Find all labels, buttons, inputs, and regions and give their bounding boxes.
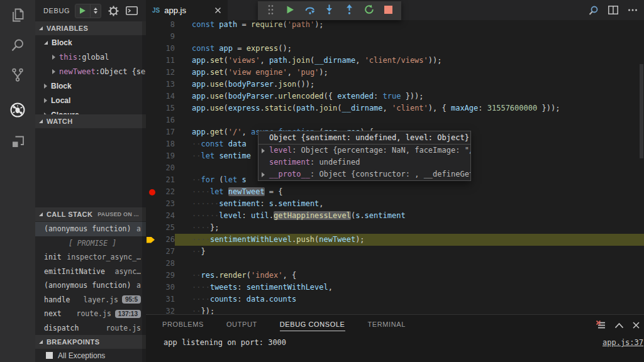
code-text[interactable]: app.set('view engine', 'pug'); (175, 67, 644, 79)
scope-row[interactable]: Block (35, 35, 146, 50)
activity-files[interactable] (0, 1, 35, 30)
scope-row[interactable]: Closure (35, 107, 146, 114)
line-number[interactable]: 9 (156, 31, 175, 43)
breakpoint-gutter[interactable] (146, 79, 156, 90)
code-text[interactable]: ······level: util.getHappinessLevel(s.se… (175, 210, 644, 222)
panel-tab-debug-console[interactable]: DEBUG CONSOLE (280, 321, 345, 331)
call-stack-section-header[interactable]: CALL STACK PAUSED ON ... (35, 207, 146, 221)
code-text[interactable]: ····}; (175, 222, 644, 234)
code-text[interactable]: ····sentimentWithLevel.push(newTweet); (175, 234, 644, 246)
debug-settings-gear-icon[interactable] (108, 6, 119, 16)
more-actions-icon[interactable] (628, 5, 638, 15)
variables-section-header[interactable]: VARIABLES (35, 21, 146, 35)
call-stack-frame[interactable]: [ PROMISE ] (35, 236, 146, 251)
activity-search[interactable] (0, 31, 35, 60)
editor-search-icon[interactable] (588, 5, 599, 16)
line-number[interactable]: 19 (156, 150, 175, 162)
breakpoint-gutter[interactable] (146, 282, 156, 293)
toolbar-drag-handle[interactable] (264, 3, 277, 18)
code-text[interactable]: ····tweets: sentimentWithLevel, (175, 282, 644, 293)
stop-button[interactable] (382, 3, 395, 18)
call-stack-frame[interactable]: (anonymous function)a (35, 222, 146, 236)
code-text[interactable]: const app = express(); (175, 43, 644, 55)
line-number[interactable]: 25 (156, 222, 175, 234)
line-number[interactable]: 30 (156, 282, 175, 293)
variable-row[interactable]: this: global (35, 50, 146, 64)
breakpoint-gutter[interactable] (146, 258, 156, 270)
start-debugging-icon[interactable] (80, 8, 86, 14)
line-number[interactable]: 11 (156, 55, 175, 67)
line-number[interactable]: 14 (156, 90, 175, 102)
breakpoint-gutter[interactable] (146, 198, 156, 210)
panel-tab-problems[interactable]: PROBLEMS (162, 321, 204, 331)
sidebar-scrollbar[interactable] (142, 21, 146, 362)
variable-row[interactable]: newTweet: Object {sent… (35, 64, 146, 79)
line-number[interactable]: 20 (156, 162, 175, 174)
panel-tab-output[interactable]: OUTPUT (226, 321, 257, 331)
activity-extensions[interactable] (0, 127, 35, 156)
code-text[interactable]: app.use(bodyParser.json()); (175, 79, 644, 90)
line-number[interactable]: 31 (156, 293, 175, 305)
breakpoint-gutter[interactable] (146, 305, 156, 314)
line-number[interactable]: 32 (156, 305, 175, 314)
line-number[interactable]: 26 (156, 234, 175, 246)
code-text[interactable]: app.set('views', path.join(__dirname, 'c… (175, 55, 644, 67)
clear-console-icon[interactable] (596, 320, 606, 331)
line-number[interactable]: 22 (156, 186, 175, 198)
code-text[interactable]: ····counts: data.counts (175, 293, 644, 305)
code-text[interactable]: ··} (175, 246, 644, 258)
breakpoint-gutter[interactable] (146, 150, 156, 162)
call-stack-frame[interactable]: nextroute.js137:13 (35, 307, 146, 321)
breakpoint-gutter[interactable] (146, 67, 156, 79)
breakpoint-gutter[interactable] (146, 270, 156, 282)
call-stack-frame[interactable]: dispatchroute.js (35, 321, 146, 336)
line-number[interactable]: 12 (156, 67, 175, 79)
activity-source-control[interactable] (0, 60, 35, 89)
editor-scrollbar[interactable] (640, 64, 643, 158)
close-tab-icon[interactable] (214, 7, 221, 14)
code-text[interactable] (175, 114, 644, 126)
close-panel-icon[interactable] (632, 321, 640, 329)
breakpoints-section-header[interactable]: BREAKPOINTS (35, 335, 146, 349)
line-number[interactable]: 23 (156, 198, 175, 210)
editor[interactable]: 8const path = require('path');910const a… (146, 20, 644, 314)
breakpoint-gutter[interactable] (146, 222, 156, 234)
line-number[interactable]: 16 (156, 114, 175, 126)
code-text[interactable]: app.use(express.static(path.join(__dirna… (175, 102, 644, 114)
breakpoint-gutter[interactable] (146, 162, 156, 174)
breakpoint-gutter[interactable] (146, 210, 156, 222)
step-into-button[interactable] (323, 3, 336, 18)
activity-debug[interactable] (0, 96, 35, 124)
breakpoint-item[interactable]: All Exceptions (35, 349, 146, 362)
code-text[interactable]: ··res.render('index', { (175, 270, 644, 282)
breakpoint-gutter[interactable] (146, 31, 156, 43)
code-text[interactable]: ······sentiment: s.sentiment, (175, 198, 644, 210)
line-number[interactable]: 8 (156, 20, 175, 31)
scope-row[interactable]: Block (35, 79, 146, 93)
line-number[interactable]: 24 (156, 210, 175, 222)
continue-button[interactable] (284, 3, 296, 18)
code-text[interactable] (175, 31, 644, 43)
breakpoint-gutter[interactable] (146, 246, 156, 258)
breakpoint-gutter[interactable] (146, 186, 156, 198)
line-number[interactable]: 29 (156, 270, 175, 282)
watch-section-header[interactable]: WATCH (35, 114, 146, 128)
breakpoint-gutter[interactable] (146, 102, 156, 114)
maximize-panel-icon[interactable] (614, 322, 624, 329)
code-text[interactable]: ····let newTweet = { (175, 186, 644, 198)
code-text[interactable]: app.use(bodyParser.urlencoded({ extended… (175, 90, 644, 102)
breakpoint-gutter[interactable] (146, 234, 156, 246)
tab-app-js[interactable]: JS app.js (146, 0, 228, 20)
call-stack-frame[interactable]: handlelayer.js95:5 (35, 293, 146, 307)
breakpoint-gutter[interactable] (146, 90, 156, 102)
code-text[interactable]: ··}); (175, 305, 644, 314)
call-stack-frame[interactable]: emitInitNativeasync… (35, 265, 146, 279)
call-stack-frame[interactable]: (anonymous function)a (35, 278, 146, 293)
line-number[interactable]: 13 (156, 79, 175, 90)
step-over-button[interactable] (304, 3, 316, 18)
tooltip-property-row[interactable]: __proto__: Object {constructor: , __defi… (258, 168, 470, 180)
config-dropdown-icon[interactable] (91, 8, 101, 14)
launch-config-picker[interactable] (75, 4, 101, 18)
console-source-link[interactable]: app.js:37 (602, 338, 643, 347)
line-number[interactable]: 15 (156, 102, 175, 114)
